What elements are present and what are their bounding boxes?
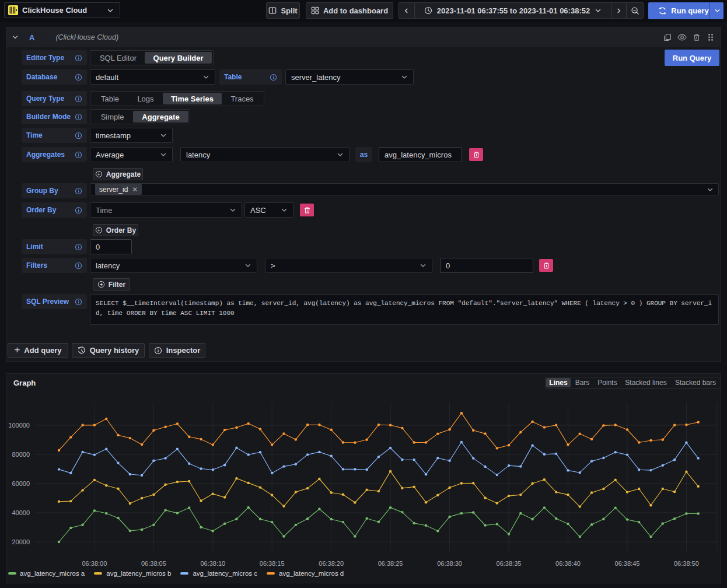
svg-text:80000: 80000 <box>12 451 30 458</box>
svg-text:06:38:35: 06:38:35 <box>497 560 522 567</box>
svg-text:06:38:10: 06:38:10 <box>200 560 225 567</box>
svg-text:06:38:30: 06:38:30 <box>437 560 462 567</box>
svg-text:06:38:20: 06:38:20 <box>319 560 344 567</box>
svg-text:06:38:25: 06:38:25 <box>378 560 403 567</box>
svg-text:06:38:40: 06:38:40 <box>555 560 581 567</box>
svg-text:06:38:15: 06:38:15 <box>260 560 285 567</box>
svg-text:06:38:50: 06:38:50 <box>674 560 699 567</box>
svg-text:40000: 40000 <box>12 509 30 516</box>
svg-text:06:38:00: 06:38:00 <box>82 560 107 567</box>
svg-text:06:38:05: 06:38:05 <box>141 560 166 567</box>
svg-text:20000: 20000 <box>12 538 30 545</box>
svg-text:100000: 100000 <box>8 422 30 429</box>
svg-text:06:38:45: 06:38:45 <box>615 560 640 567</box>
svg-text:60000: 60000 <box>12 480 30 487</box>
